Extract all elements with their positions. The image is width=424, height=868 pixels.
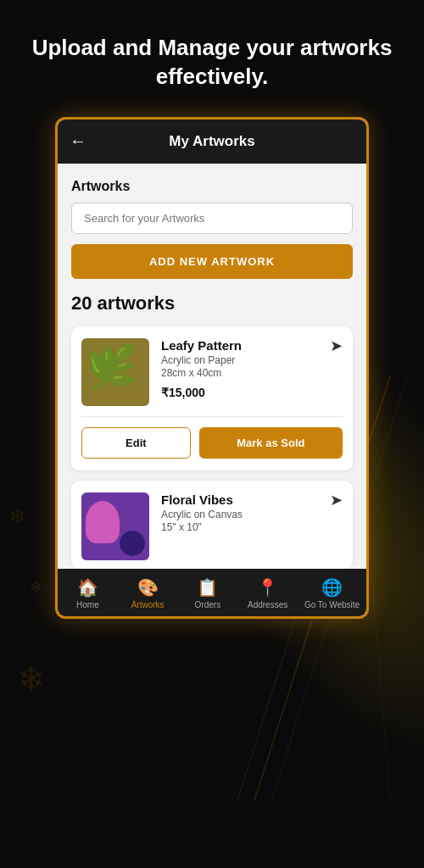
nav-item-artworks[interactable]: 🎨 Artworks <box>125 577 171 609</box>
website-icon: 🌐 <box>321 577 343 598</box>
artwork-card-1: ➤ Leafy Pattern Acrylic on Paper 28cm x … <box>71 326 353 470</box>
artworks-count: 20 artworks <box>71 292 353 314</box>
nav-item-addresses[interactable]: 📍 Addresses <box>244 577 291 609</box>
artwork-size-1: 28cm x 40cm <box>161 367 343 379</box>
edit-button-1[interactable]: Edit <box>81 427 191 459</box>
hero-section: Upload and Manage your artworks effectiv… <box>0 0 424 117</box>
card-top-1: Leafy Pattern Acrylic on Paper 28cm x 40… <box>81 338 343 406</box>
addresses-icon: 📍 <box>257 577 278 598</box>
artwork-info-2: Floral Vibes Acrylic on Canvas 15" x 10" <box>161 492 343 540</box>
artwork-medium-1: Acrylic on Paper <box>161 354 343 366</box>
snowflake-3: ❄ <box>30 578 42 597</box>
app-header: ← My Artworks <box>58 120 366 164</box>
artwork-size-2: 15" x 10" <box>161 521 343 533</box>
nav-label-orders: Orders <box>195 600 221 609</box>
artwork-price-1: ₹15,000 <box>161 386 343 399</box>
snowflake-1: ❄ <box>17 659 46 698</box>
nav-label-home: Home <box>76 600 99 609</box>
card-top-2: Floral Vibes Acrylic on Canvas 15" x 10" <box>81 492 343 560</box>
artwork-name-1: Leafy Pattern <box>161 338 343 353</box>
artwork-thumbnail-2 <box>81 492 149 560</box>
screen-title: My Artworks <box>169 133 254 150</box>
artwork-thumbnail-1 <box>81 338 149 406</box>
orders-icon: 📋 <box>197 577 218 598</box>
hero-title: Upload and Manage your artworks effectiv… <box>25 34 399 92</box>
card-divider-1 <box>81 416 343 417</box>
artwork-name-2: Floral Vibes <box>161 492 343 507</box>
artwork-info-1: Leafy Pattern Acrylic on Paper 28cm x 40… <box>161 338 343 399</box>
home-icon: 🏠 <box>77 577 98 598</box>
nav-label-artworks: Artworks <box>131 600 165 609</box>
bottom-nav: 🏠 Home 🎨 Artworks 📋 Orders 📍 Addresses 🌐… <box>58 569 366 616</box>
card-actions-1: Edit Mark as Sold <box>81 427 343 459</box>
nav-label-website: Go To Website <box>304 600 360 609</box>
nav-label-addresses: Addresses <box>248 600 287 609</box>
artwork-medium-2: Acrylic on Canvas <box>161 509 343 520</box>
floral-vibes-thumb <box>81 492 149 560</box>
artworks-icon: 🎨 <box>137 577 159 598</box>
nav-item-home[interactable]: 🏠 Home <box>64 577 111 609</box>
app-body: Artworks ADD NEW ARTWORK 20 artworks ➤ L… <box>58 164 366 569</box>
snowflake-2: ❄ <box>8 504 26 529</box>
add-artwork-button[interactable]: ADD NEW ARTWORK <box>71 244 353 279</box>
search-input[interactable] <box>71 203 353 234</box>
artworks-section-label: Artworks <box>71 179 353 194</box>
mark-as-sold-button-1[interactable]: Mark as Sold <box>199 427 343 459</box>
share-icon-1[interactable]: ➤ <box>330 337 343 355</box>
nav-item-website[interactable]: 🌐 Go To Website <box>304 577 360 609</box>
share-icon-2[interactable]: ➤ <box>330 491 343 509</box>
leafy-pattern-thumb <box>81 338 149 406</box>
nav-item-orders[interactable]: 📋 Orders <box>184 577 231 609</box>
artwork-card-2: ➤ Floral Vibes Acrylic on Canvas 15" x 1… <box>71 481 353 569</box>
phone-mockup: ← My Artworks Artworks ADD NEW ARTWORK 2… <box>55 117 369 619</box>
back-button[interactable]: ← <box>70 131 86 151</box>
